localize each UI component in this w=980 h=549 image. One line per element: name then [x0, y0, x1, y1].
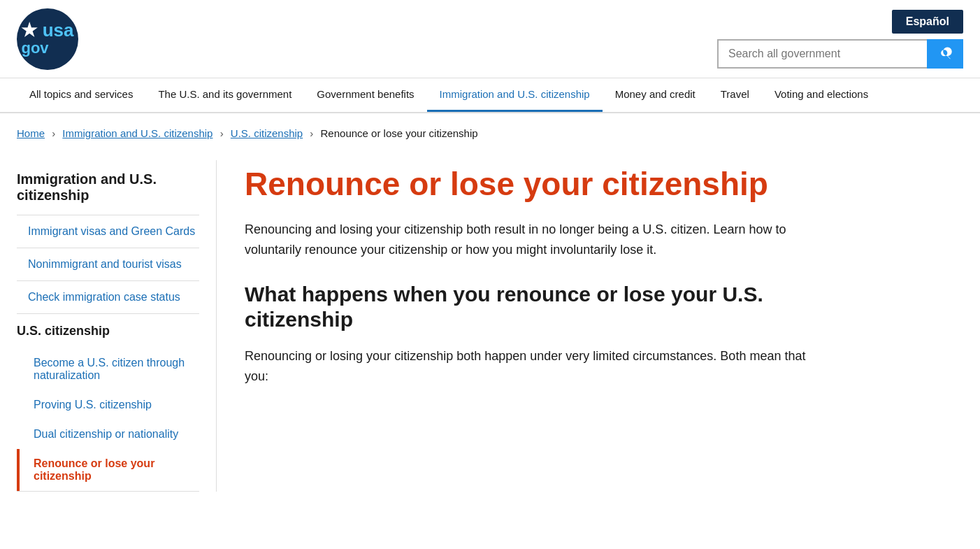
- sidebar-link-check-status[interactable]: Check immigration case status: [17, 281, 199, 313]
- breadcrumb-sep-2: ›: [220, 127, 224, 139]
- search-button[interactable]: [927, 39, 963, 69]
- sidebar-section-nonimmigrant: Nonimmigrant and tourist visas: [17, 248, 199, 281]
- breadcrumb-home[interactable]: Home: [17, 127, 45, 139]
- sidebar-link-naturalization[interactable]: Become a U.S. citizen through naturaliza…: [17, 348, 199, 390]
- sidebar-link-immigrant-visas[interactable]: Immigrant visas and Green Cards: [17, 215, 199, 248]
- search-bar: [717, 39, 963, 69]
- page-layout: Immigration and U.S. citizenship Immigra…: [0, 146, 980, 520]
- search-input[interactable]: [717, 39, 927, 69]
- logo-text: ★ usa: [21, 21, 73, 39]
- intro-text: Renouncing and losing your citizenship b…: [245, 220, 818, 260]
- nav-item-gov-benefits[interactable]: Government benefits: [304, 78, 426, 112]
- sidebar-section-check-status: Check immigration case status: [17, 281, 199, 314]
- espanol-button[interactable]: Español: [892, 10, 963, 34]
- breadcrumb-sep-1: ›: [52, 127, 55, 139]
- breadcrumb-current: Renounce or lose your citizenship: [321, 127, 478, 139]
- section1-text: Renouncing or losing your citizenship bo…: [245, 346, 818, 387]
- nav-item-us-government[interactable]: The U.S. and its government: [145, 78, 304, 112]
- main-nav: All topics and services The U.S. and its…: [0, 78, 980, 113]
- breadcrumb: Home › Immigration and U.S. citizenship …: [0, 113, 980, 146]
- nav-item-travel[interactable]: Travel: [708, 78, 762, 112]
- sidebar-link-renounce[interactable]: Renounce or lose your citizenship: [17, 449, 199, 491]
- breadcrumb-us-citizenship[interactable]: U.S. citizenship: [231, 127, 303, 139]
- sidebar-title: Immigration and U.S. citizenship: [17, 160, 199, 215]
- nav-item-all-topics[interactable]: All topics and services: [17, 78, 145, 112]
- sidebar-sub-title: U.S. citizenship: [17, 314, 199, 348]
- nav-item-voting[interactable]: Voting and elections: [762, 78, 881, 112]
- site-header: ★ usa gov Español: [0, 0, 980, 78]
- logo-gov-text: gov: [21, 39, 73, 57]
- site-logo[interactable]: ★ usa gov: [17, 8, 78, 70]
- section1-heading: What happens when you renounce or lose y…: [245, 282, 818, 332]
- sidebar: Immigration and U.S. citizenship Immigra…: [0, 160, 217, 492]
- page-title: Renounce or lose your citizenship: [245, 166, 818, 203]
- sidebar-citizenship-section: U.S. citizenship Become a U.S. citizen t…: [17, 314, 199, 492]
- breadcrumb-sep-3: ›: [310, 127, 313, 139]
- sidebar-link-nonimmigrant[interactable]: Nonimmigrant and tourist visas: [17, 248, 199, 280]
- main-content: Renounce or lose your citizenship Renoun…: [217, 160, 846, 492]
- breadcrumb-immigration[interactable]: Immigration and U.S. citizenship: [62, 127, 212, 139]
- nav-item-money-credit[interactable]: Money and credit: [603, 78, 708, 112]
- sidebar-link-dual-citizenship[interactable]: Dual citizenship or nationality: [17, 420, 199, 449]
- header-right: Español: [717, 10, 963, 69]
- search-icon: [938, 47, 952, 61]
- nav-item-immigration[interactable]: Immigration and U.S. citizenship: [427, 78, 603, 112]
- sidebar-top-links: Immigrant visas and Green Cards: [17, 215, 199, 248]
- sidebar-link-proving[interactable]: Proving U.S. citizenship: [17, 390, 199, 420]
